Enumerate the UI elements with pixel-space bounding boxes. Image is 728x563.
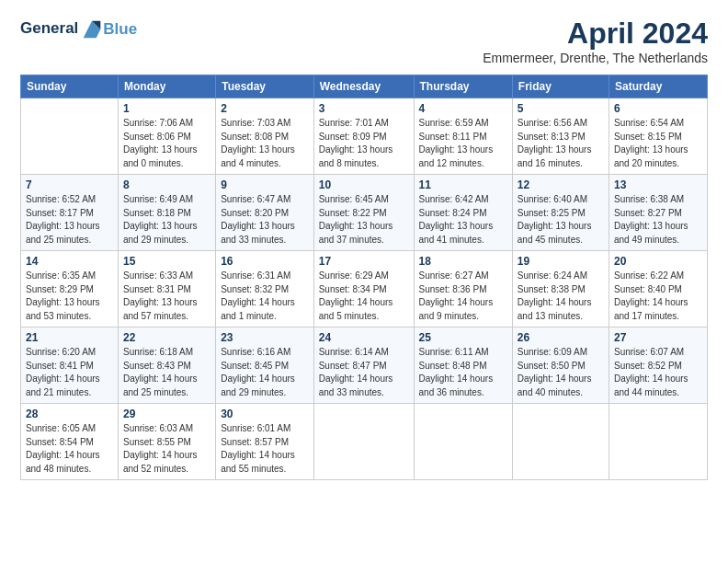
calendar-day-cell: 22 Sunrise: 6:18 AM Sunset: 8:43 PM Dayl… — [118, 327, 215, 404]
day-number: 15 — [123, 255, 210, 268]
day-number: 19 — [518, 255, 604, 268]
calendar-day-cell: 15 Sunrise: 6:33 AM Sunset: 8:31 PM Dayl… — [118, 251, 215, 327]
day-number: 26 — [518, 331, 604, 344]
logo: General Blue — [20, 17, 137, 42]
sunrise-text: Sunrise: 6:59 AM — [419, 118, 489, 128]
daylight-text: Daylight: 14 hours and 48 minutes. — [26, 450, 100, 474]
daylight-text: Daylight: 14 hours and 21 minutes. — [26, 373, 100, 397]
sunset-text: Sunset: 8:40 PM — [614, 284, 682, 294]
day-info: Sunrise: 6:11 AM Sunset: 8:48 PM Dayligh… — [419, 346, 507, 399]
calendar-table: SundayMondayTuesdayWednesdayThursdayFrid… — [20, 75, 708, 480]
day-number: 22 — [123, 331, 210, 344]
logo-text: General — [20, 17, 105, 42]
sunrise-text: Sunrise: 6:38 AM — [614, 194, 684, 204]
day-info: Sunrise: 6:45 AM Sunset: 8:22 PM Dayligh… — [319, 193, 409, 247]
sunrise-text: Sunrise: 7:01 AM — [319, 118, 389, 128]
calendar-day-cell: 21 Sunrise: 6:20 AM Sunset: 8:41 PM Dayl… — [21, 327, 119, 404]
calendar-day-cell — [313, 404, 414, 480]
sunrise-text: Sunrise: 6:16 AM — [221, 347, 290, 357]
sunrise-text: Sunrise: 6:01 AM — [221, 423, 290, 433]
page: General Blue April 2024 Emmermeer, Drent… — [0, 0, 728, 489]
calendar-day-cell: 12 Sunrise: 6:40 AM Sunset: 8:25 PM Dayl… — [512, 175, 609, 251]
day-number: 9 — [221, 178, 309, 191]
sunset-text: Sunset: 8:24 PM — [419, 208, 487, 218]
day-info: Sunrise: 6:14 AM Sunset: 8:47 PM Dayligh… — [319, 346, 409, 399]
day-info: Sunrise: 7:03 AM Sunset: 8:08 PM Dayligh… — [221, 117, 309, 170]
sunrise-text: Sunrise: 6:31 AM — [221, 270, 290, 281]
daylight-text: Daylight: 13 hours and 20 minutes. — [614, 144, 688, 168]
calendar-day-cell: 1 Sunrise: 7:06 AM Sunset: 8:06 PM Dayli… — [118, 98, 215, 175]
sunset-text: Sunset: 8:57 PM — [221, 437, 289, 447]
calendar-day-cell: 28 Sunrise: 6:05 AM Sunset: 8:54 PM Dayl… — [21, 404, 119, 480]
day-info: Sunrise: 7:01 AM Sunset: 8:09 PM Dayligh… — [319, 117, 409, 170]
calendar-header-row: SundayMondayTuesdayWednesdayThursdayFrid… — [21, 75, 708, 98]
day-info: Sunrise: 6:59 AM Sunset: 8:11 PM Dayligh… — [419, 117, 507, 170]
sunset-text: Sunset: 8:32 PM — [221, 284, 289, 294]
day-number: 11 — [419, 178, 507, 191]
daylight-text: Daylight: 14 hours and 25 minutes. — [123, 373, 198, 397]
sunrise-text: Sunrise: 6:45 AM — [319, 194, 389, 204]
day-number: 2 — [221, 102, 309, 115]
daylight-text: Daylight: 14 hours and 33 minutes. — [319, 373, 393, 397]
sunrise-text: Sunrise: 6:05 AM — [26, 423, 96, 433]
day-info: Sunrise: 6:56 AM Sunset: 8:13 PM Dayligh… — [518, 117, 604, 170]
day-info: Sunrise: 6:40 AM Sunset: 8:25 PM Dayligh… — [518, 193, 604, 247]
sunset-text: Sunset: 8:34 PM — [319, 284, 387, 294]
day-number: 24 — [319, 331, 409, 344]
calendar-day-cell: 23 Sunrise: 6:16 AM Sunset: 8:45 PM Dayl… — [216, 327, 314, 404]
logo-blue: Blue — [103, 20, 137, 39]
sunrise-text: Sunrise: 6:09 AM — [518, 347, 587, 357]
daylight-text: Daylight: 13 hours and 0 minutes. — [123, 144, 198, 168]
day-number: 12 — [518, 178, 604, 191]
sunrise-text: Sunrise: 6:20 AM — [26, 347, 96, 357]
daylight-text: Daylight: 14 hours and 29 minutes. — [221, 373, 295, 397]
sunset-text: Sunset: 8:29 PM — [26, 284, 94, 294]
sunset-text: Sunset: 8:09 PM — [319, 132, 387, 142]
calendar-day-cell: 7 Sunrise: 6:52 AM Sunset: 8:17 PM Dayli… — [21, 175, 119, 251]
day-info: Sunrise: 6:27 AM Sunset: 8:36 PM Dayligh… — [419, 270, 507, 323]
day-info: Sunrise: 6:31 AM Sunset: 8:32 PM Dayligh… — [221, 270, 309, 323]
sunrise-text: Sunrise: 6:24 AM — [518, 270, 587, 281]
calendar-day-cell: 10 Sunrise: 6:45 AM Sunset: 8:22 PM Dayl… — [313, 175, 414, 251]
calendar-day-cell: 14 Sunrise: 6:35 AM Sunset: 8:29 PM Dayl… — [21, 251, 119, 327]
day-number: 8 — [123, 178, 210, 191]
daylight-text: Daylight: 13 hours and 57 minutes. — [123, 297, 198, 321]
sunrise-text: Sunrise: 6:07 AM — [614, 347, 684, 357]
day-info: Sunrise: 6:35 AM Sunset: 8:29 PM Dayligh… — [26, 270, 113, 323]
calendar-day-cell: 2 Sunrise: 7:03 AM Sunset: 8:08 PM Dayli… — [216, 98, 314, 175]
sunrise-text: Sunrise: 6:54 AM — [614, 118, 684, 128]
sunrise-text: Sunrise: 6:18 AM — [123, 347, 193, 357]
sunset-text: Sunset: 8:55 PM — [123, 437, 191, 447]
calendar-day-cell: 18 Sunrise: 6:27 AM Sunset: 8:36 PM Dayl… — [414, 251, 512, 327]
header: General Blue April 2024 Emmermeer, Drent… — [20, 17, 708, 65]
sunrise-text: Sunrise: 6:47 AM — [221, 194, 290, 204]
sunset-text: Sunset: 8:27 PM — [614, 208, 682, 218]
day-info: Sunrise: 7:06 AM Sunset: 8:06 PM Dayligh… — [123, 117, 210, 170]
sunset-text: Sunset: 8:31 PM — [123, 284, 191, 294]
calendar-day-cell: 6 Sunrise: 6:54 AM Sunset: 8:15 PM Dayli… — [609, 98, 707, 175]
daylight-text: Daylight: 13 hours and 25 minutes. — [26, 221, 100, 245]
day-info: Sunrise: 6:29 AM Sunset: 8:34 PM Dayligh… — [319, 270, 409, 323]
calendar-day-cell: 9 Sunrise: 6:47 AM Sunset: 8:20 PM Dayli… — [216, 175, 314, 251]
calendar-day-cell — [21, 98, 119, 175]
sunset-text: Sunset: 8:13 PM — [518, 132, 586, 142]
sunset-text: Sunset: 8:18 PM — [123, 208, 191, 218]
day-number: 18 — [419, 255, 507, 268]
day-info: Sunrise: 6:38 AM Sunset: 8:27 PM Dayligh… — [614, 193, 702, 247]
sunset-text: Sunset: 8:11 PM — [419, 132, 487, 142]
calendar-day-cell — [512, 404, 609, 480]
sunset-text: Sunset: 8:54 PM — [26, 437, 94, 447]
sunset-text: Sunset: 8:47 PM — [319, 361, 387, 371]
day-number: 21 — [26, 331, 113, 344]
sunset-text: Sunset: 8:06 PM — [123, 132, 191, 142]
weekday-header-cell: Wednesday — [313, 75, 414, 98]
day-info: Sunrise: 6:33 AM Sunset: 8:31 PM Dayligh… — [123, 270, 210, 323]
sunrise-text: Sunrise: 6:27 AM — [419, 270, 489, 281]
calendar-day-cell: 27 Sunrise: 6:07 AM Sunset: 8:52 PM Dayl… — [609, 327, 707, 404]
day-info: Sunrise: 6:16 AM Sunset: 8:45 PM Dayligh… — [221, 346, 309, 399]
day-number: 20 — [614, 255, 702, 268]
day-info: Sunrise: 6:03 AM Sunset: 8:55 PM Dayligh… — [123, 422, 210, 476]
calendar-day-cell: 25 Sunrise: 6:11 AM Sunset: 8:48 PM Dayl… — [414, 327, 512, 404]
daylight-text: Daylight: 13 hours and 37 minutes. — [319, 221, 393, 245]
daylight-text: Daylight: 13 hours and 33 minutes. — [221, 221, 295, 245]
